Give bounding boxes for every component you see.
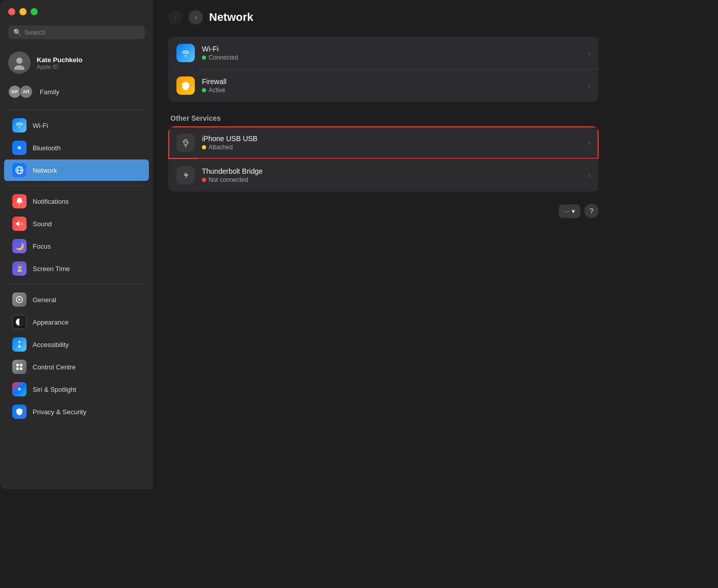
sidebar-item-general[interactable]: General [4, 289, 149, 310]
wifi-status: Connected [202, 54, 581, 61]
user-name: Kate Puchkelo [37, 56, 83, 64]
iphone-usb-status: Attached [202, 144, 581, 151]
sidebar-item-label-network: Network [33, 167, 141, 174]
user-subtitle: Apple ID [37, 64, 83, 70]
avatar [8, 51, 31, 74]
accessibility-icon [12, 337, 27, 352]
firewall-row[interactable]: Firewall Active › [168, 69, 599, 102]
iphone-usb-status-dot [202, 145, 206, 149]
more-chevron: ▾ [572, 207, 575, 215]
iphone-usb-status-text: Attached [209, 144, 233, 151]
back-button[interactable]: ‹ [168, 10, 183, 24]
wifi-status-dot [202, 56, 206, 60]
sidebar-item-label-wifi: Wi-Fi [33, 122, 141, 129]
svg-point-1 [14, 65, 24, 70]
other-services-title: Other Services [168, 114, 599, 122]
close-button[interactable] [8, 8, 15, 15]
thunderbolt-status-text: Not connected [209, 176, 248, 183]
controlcentre-icon [12, 360, 27, 374]
thunderbolt-name: Thunderbolt Bridge [202, 167, 581, 175]
svg-rect-10 [20, 364, 22, 366]
user-info: Kate Puchkelo Apple ID [37, 56, 83, 70]
svg-rect-11 [16, 367, 19, 370]
sidebar-item-accessibility[interactable]: Accessibility [4, 334, 149, 355]
wifi-chevron: › [588, 49, 591, 57]
svg-rect-14 [185, 141, 186, 142]
wifi-network-icon [176, 44, 195, 62]
iphone-usb-row[interactable]: iPhone USB USB Attached › [168, 126, 599, 159]
firewall-status-text: Active [209, 87, 225, 94]
search-icon: 🔍 [13, 29, 21, 36]
thunderbolt-icon [176, 166, 195, 184]
svg-point-18 [183, 141, 184, 142]
firewall-info: Firewall Active [202, 77, 581, 94]
sidebar-item-controlcentre[interactable]: Control Centre [4, 356, 149, 378]
sound-icon [12, 217, 27, 231]
help-button[interactable]: ? [584, 204, 599, 218]
firewall-icon [176, 76, 195, 95]
more-dots: ··· [564, 207, 570, 215]
sidebar-item-screentime[interactable]: ⏳ Screen Time [4, 258, 149, 279]
sidebar-item-label-controlcentre: Control Centre [33, 363, 141, 371]
more-button[interactable]: ··· ▾ [559, 204, 580, 218]
firewall-status-dot [202, 88, 206, 92]
iphone-usb-chevron: › [588, 139, 591, 147]
notifications-icon [12, 194, 27, 208]
primary-services-section: Wi-Fi Connected › Firewall Active [168, 37, 599, 102]
sidebar-item-label-privacy: Privacy & Security [33, 408, 141, 416]
other-services-section: iPhone USB USB Attached › Thunderbolt Br… [168, 126, 599, 192]
sidebar-item-focus[interactable]: 🌙 Focus [4, 235, 149, 257]
sidebar-item-siri[interactable]: ✦ Siri & Spotlight [4, 379, 149, 400]
sidebar-item-label-sound: Sound [33, 220, 141, 228]
search-input[interactable] [24, 29, 140, 36]
sidebar-item-label-appearance: Appearance [33, 318, 141, 326]
screentime-icon: ⏳ [12, 261, 27, 276]
minimize-button[interactable] [19, 8, 27, 15]
svg-rect-12 [20, 367, 22, 370]
svg-point-20 [188, 142, 189, 143]
sidebar-item-privacy[interactable]: Privacy & Security [4, 401, 149, 422]
sidebar-divider-top [8, 110, 145, 110]
wifi-name: Wi-Fi [202, 45, 581, 53]
sidebar-item-label-focus: Focus [33, 243, 141, 250]
user-profile[interactable]: Kate Puchkelo Apple ID [0, 47, 153, 82]
sidebar: 🔍 Kate Puchkelo Apple ID KP АП Family [0, 0, 153, 489]
sidebar-item-sound[interactable]: Sound [4, 213, 149, 234]
svg-point-8 [18, 341, 20, 343]
wifi-icon [12, 118, 27, 132]
network-icon [12, 163, 27, 177]
search-bar[interactable]: 🔍 [8, 25, 145, 39]
forward-button[interactable]: › [189, 10, 203, 24]
wifi-status-text: Connected [209, 54, 238, 61]
maximize-button[interactable] [31, 8, 38, 15]
family-avatars: KP АП [8, 85, 33, 98]
wifi-row[interactable]: Wi-Fi Connected › [168, 37, 599, 69]
thunderbolt-status-dot [202, 178, 206, 182]
sidebar-item-network[interactable]: Network [4, 159, 149, 181]
firewall-name: Firewall [202, 77, 581, 86]
family-row[interactable]: KP АП Family [0, 82, 153, 105]
bottom-controls: ··· ▾ ? [168, 204, 599, 218]
focus-icon: 🌙 [12, 239, 27, 253]
header: ‹ › Network [168, 10, 599, 24]
iphone-usb-info: iPhone USB USB Attached [202, 135, 581, 151]
thunderbolt-status: Not connected [202, 176, 581, 183]
svg-point-16 [185, 146, 187, 147]
family-label: Family [40, 88, 59, 96]
sidebar-item-label-general: General [33, 296, 141, 304]
sidebar-item-label-screentime: Screen Time [33, 265, 141, 273]
svg-point-6 [18, 299, 20, 301]
sidebar-divider-1 [8, 185, 145, 186]
thunderbolt-row[interactable]: Thunderbolt Bridge Not connected › [168, 159, 599, 192]
sidebar-divider-2 [8, 284, 145, 284]
sidebar-item-wifi[interactable]: Wi-Fi [4, 115, 149, 136]
appearance-icon [12, 315, 27, 329]
sidebar-item-notifications[interactable]: Notifications [4, 191, 149, 212]
usb-icon [176, 133, 195, 152]
sidebar-item-bluetooth[interactable]: ⁕ Bluetooth [4, 137, 149, 158]
svg-rect-9 [16, 364, 19, 366]
firewall-chevron: › [588, 82, 591, 90]
sidebar-item-appearance[interactable]: Appearance [4, 311, 149, 333]
family-avatar-2: АП [19, 85, 33, 98]
sidebar-item-label-bluetooth: Bluetooth [33, 144, 141, 152]
